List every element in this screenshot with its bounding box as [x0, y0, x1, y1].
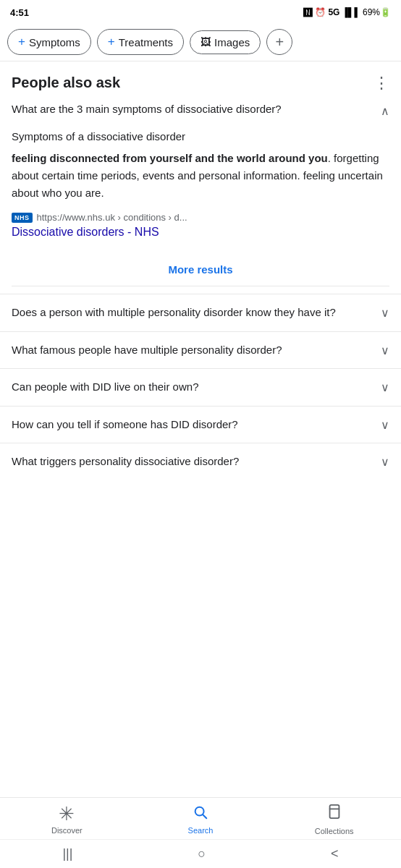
- signal-icon: ▐▌▌: [342, 7, 360, 17]
- source-url: https://www.nhs.uk › conditions › d...: [37, 212, 187, 223]
- battery-icon: 69%🔋: [363, 7, 391, 17]
- status-time: 4:51: [10, 7, 29, 18]
- collapsed-question-4[interactable]: How can you tell if someone has DID diso…: [0, 406, 401, 443]
- chip-symptoms-label: Symptoms: [29, 36, 80, 48]
- collapsed-question-3[interactable]: Can people with DID live on their own? ∨: [0, 368, 401, 406]
- search-icon: [193, 804, 208, 823]
- 5g-icon: 5G: [328, 7, 339, 17]
- answer-intro: Symptoms of a dissociative disorder: [12, 130, 389, 142]
- chevron-down-icon-4: ∨: [381, 418, 389, 432]
- answer-body: feeling disconnected from yourself and t…: [12, 150, 389, 202]
- nav-item-search[interactable]: Search: [134, 804, 268, 835]
- discover-icon: ✳: [59, 804, 75, 823]
- more-results-container: More results: [12, 256, 389, 286]
- chevron-down-icon-5: ∨: [381, 455, 389, 469]
- nav-label-collections: Collections: [315, 827, 354, 835]
- svg-line-1: [203, 814, 206, 818]
- collapsed-question-1[interactable]: Does a person with multiple personality …: [0, 294, 401, 331]
- chevron-down-icon-3: ∨: [381, 380, 389, 394]
- expanded-question-row[interactable]: What are the 3 main symptoms of dissocia…: [12, 101, 389, 120]
- paa-section: People also ask ⋮ What are the 3 main sy…: [0, 61, 401, 294]
- paa-options-button[interactable]: ⋮: [373, 75, 389, 91]
- alarm-icon: ⏰: [315, 7, 326, 17]
- nav-item-discover[interactable]: ✳ Discover: [0, 804, 134, 835]
- nav-item-collections[interactable]: Collections: [267, 804, 401, 835]
- android-back-button[interactable]: <: [316, 843, 353, 864]
- chevron-down-icon-1: ∨: [381, 306, 389, 320]
- collections-icon: [326, 804, 342, 824]
- collapsed-question-5[interactable]: What triggers personality dissociative d…: [0, 443, 401, 480]
- android-recent-button[interactable]: |||: [48, 843, 87, 864]
- collapsed-question-text-4: How can you tell if someone has DID diso…: [12, 417, 375, 433]
- plus-more-icon: +: [275, 34, 284, 51]
- filter-chips-row: + Symptoms + Treatments 🖼 Images +: [0, 23, 401, 61]
- nav-label-discover: Discover: [51, 826, 83, 835]
- chip-treatments[interactable]: + Treatments: [97, 29, 184, 55]
- collapsed-question-text-3: Can people with DID live on their own?: [12, 379, 375, 396]
- android-nav-bar: ||| ○ <: [0, 839, 401, 868]
- more-results-button[interactable]: More results: [168, 263, 232, 276]
- answer-block: Symptoms of a dissociative disorder feel…: [12, 130, 389, 256]
- collapsed-question-text-5: What triggers personality dissociative d…: [12, 454, 375, 470]
- expanded-question: What are the 3 main symptoms of dissocia…: [12, 101, 389, 294]
- nhs-badge: NHS: [12, 213, 33, 223]
- chip-images[interactable]: 🖼 Images: [190, 30, 261, 54]
- nav-label-search: Search: [188, 826, 214, 835]
- collapsed-question-text-1: Does a person with multiple personality …: [12, 305, 375, 321]
- plus-icon-symptoms: +: [18, 35, 25, 49]
- collapsed-question-text-2: What famous people have multiple persona…: [12, 342, 375, 359]
- image-chip-icon: 🖼: [200, 36, 211, 48]
- svg-rect-2: [329, 804, 339, 817]
- notification-icon: 🅽: [303, 7, 313, 18]
- android-home-button[interactable]: ○: [183, 843, 220, 864]
- chip-more-button[interactable]: +: [266, 29, 292, 55]
- status-bar: 4:51 🅽 ⏰ 5G ▐▌▌ 69%🔋: [0, 0, 401, 23]
- status-right-icons: 🅽 ⏰ 5G ▐▌▌ 69%🔋: [303, 7, 391, 18]
- chevron-down-icon-2: ∨: [381, 344, 389, 357]
- paa-title: People also ask: [12, 75, 120, 91]
- collapsed-questions-list: Does a person with multiple personality …: [0, 294, 401, 480]
- chip-treatments-label: Treatments: [119, 36, 173, 48]
- chip-symptoms[interactable]: + Symptoms: [7, 29, 91, 55]
- bottom-nav: ✳ Discover Search Collections: [0, 797, 401, 839]
- answer-bold-text: feeling disconnected from yourself and t…: [12, 152, 328, 164]
- paa-header: People also ask ⋮: [12, 75, 389, 91]
- source-link[interactable]: Dissociative disorders - NHS: [12, 226, 389, 239]
- chevron-up-icon: ∧: [381, 103, 389, 120]
- collapsed-question-2[interactable]: What famous people have multiple persona…: [0, 331, 401, 369]
- chip-images-label: Images: [214, 36, 250, 48]
- source-row: NHS https://www.nhs.uk › conditions › d.…: [12, 212, 389, 223]
- plus-icon-treatments: +: [108, 35, 115, 49]
- expanded-question-text: What are the 3 main symptoms of dissocia…: [12, 101, 282, 118]
